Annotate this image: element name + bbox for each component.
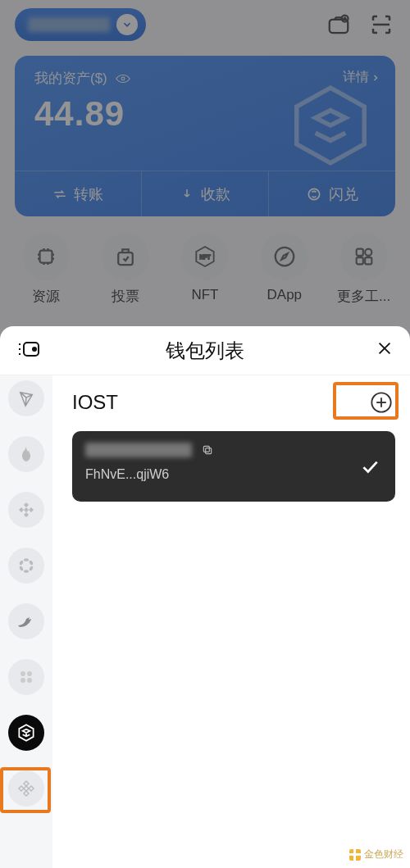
chain-item-bnb[interactable] [8,492,44,528]
bird-icon [16,614,36,629]
svg-point-23 [24,570,29,573]
chain-title: IOST [72,391,118,414]
wallet-name-blurred [85,443,192,457]
svg-point-31 [27,678,32,683]
chain-item-iost[interactable] [8,715,44,751]
svg-point-30 [20,678,25,683]
plus-circle-icon [370,391,393,414]
iost-icon [16,722,37,743]
svg-point-22 [24,558,29,561]
svg-point-26 [19,566,24,571]
quad-dots-icon [16,667,36,687]
chain-rail [0,375,52,868]
chain-item-bird[interactable] [8,603,44,639]
chain-item-quad[interactable] [8,659,44,695]
tron-icon [17,389,35,407]
svg-point-19 [33,348,36,351]
svg-rect-36 [206,448,212,454]
flame-icon [18,444,34,464]
wallet-list-main: IOST FhNvE...qjiW6 [52,375,410,868]
polkadot-icon [16,556,36,575]
svg-point-27 [29,566,34,571]
svg-point-28 [20,671,25,676]
selected-check-icon [359,456,380,480]
wallet-card[interactable]: FhNvE...qjiW6 [72,431,395,502]
bnb-outline-icon [16,779,36,798]
chain-item-huobi[interactable] [8,436,44,472]
watermark-icon [349,849,361,861]
wallet-list-sheet: 钱包列表 [0,326,410,868]
wallet-address-short: FhNvE...qjiW6 [85,467,382,482]
chain-item-polkadot[interactable] [8,548,44,584]
add-wallet-button[interactable] [367,389,395,416]
svg-point-24 [19,560,24,566]
watermark: 金色财经 [346,846,407,863]
svg-rect-37 [204,446,210,452]
wallet-manage-icon[interactable] [16,339,41,362]
sheet-header: 钱包列表 [0,326,410,375]
copy-icon[interactable] [202,444,213,458]
chain-item-bnb2[interactable] [8,770,44,807]
close-button[interactable] [376,338,394,363]
chain-item-tron[interactable] [8,380,44,416]
bnb-icon [16,500,36,520]
svg-point-25 [29,560,34,566]
sheet-title: 钱包列表 [166,338,244,364]
svg-point-29 [27,671,32,676]
close-icon [376,339,394,357]
